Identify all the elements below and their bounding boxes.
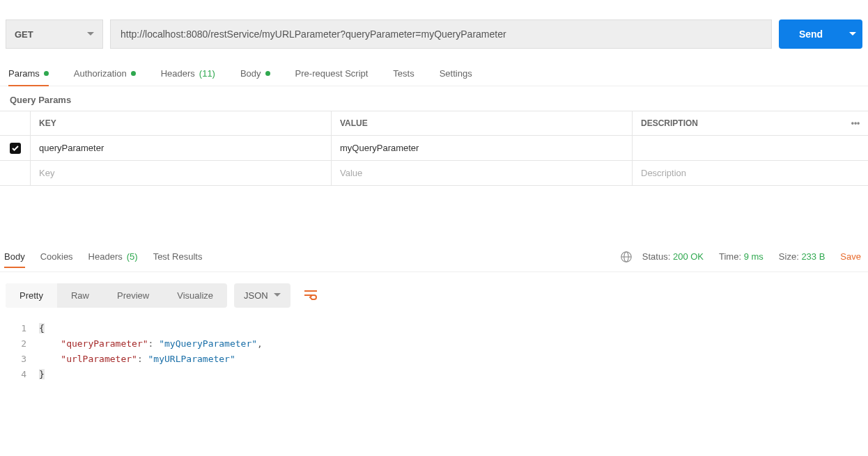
tab-label: Headers	[161, 68, 195, 79]
headers-count: (5)	[127, 251, 138, 262]
line-number: 3	[0, 352, 39, 367]
response-header: Body Cookies Headers (5) Test Results St…	[0, 246, 868, 272]
wrap-icon	[304, 290, 318, 301]
code-line: 3 "urlParameter": "myURLParameter"	[0, 352, 868, 367]
row-spacer	[843, 136, 868, 160]
view-raw[interactable]: Raw	[57, 283, 103, 308]
tab-label: Params	[8, 68, 40, 79]
save-response-button[interactable]: Save	[840, 251, 861, 262]
code-content: "urlParameter": "myURLParameter"	[39, 352, 235, 367]
query-params-title: Query Params	[0, 86, 868, 111]
tab-body[interactable]: Body	[240, 68, 270, 86]
tab-prerequest-script[interactable]: Pre-request Script	[295, 68, 369, 86]
tab-label: Authorization	[74, 68, 127, 79]
size-meta: Size: 233 B	[779, 251, 826, 262]
code-content: }	[39, 367, 45, 382]
resp-tab-headers[interactable]: Headers (5)	[88, 246, 138, 267]
table-header-row: KEY VALUE DESCRIPTION •••	[0, 111, 868, 136]
tab-label: Test Results	[153, 251, 203, 262]
col-description-header: DESCRIPTION	[633, 111, 843, 135]
resp-tab-test-results[interactable]: Test Results	[153, 246, 203, 267]
tab-settings[interactable]: Settings	[440, 68, 472, 86]
response-section: Body Cookies Headers (5) Test Results St…	[0, 246, 868, 382]
headers-count: (11)	[199, 68, 215, 79]
row-checkbox-cell	[0, 136, 31, 160]
row-checkbox[interactable]	[10, 143, 21, 154]
http-method-select[interactable]: GET	[6, 19, 103, 49]
resp-tab-cookies[interactable]: Cookies	[40, 246, 73, 267]
view-mode-group: Pretty Raw Preview Visualize	[6, 283, 227, 308]
tab-label: Body	[240, 68, 261, 79]
line-number: 4	[0, 367, 39, 382]
tab-label: Pre-request Script	[295, 68, 369, 79]
col-key-header: KEY	[31, 111, 332, 135]
time-value: 9 ms	[744, 251, 764, 262]
param-value-cell[interactable]: myQueryParameter	[332, 136, 633, 160]
request-bar: GET Send	[0, 0, 868, 56]
status-dot-icon	[44, 71, 49, 76]
code-line: 1{	[0, 321, 868, 336]
param-value-input[interactable]: Value	[332, 161, 633, 185]
request-tabs: Params Authorization Headers (11) Body P…	[0, 56, 868, 86]
tab-headers[interactable]: Headers (11)	[161, 68, 215, 86]
col-check-header	[0, 111, 31, 135]
status-label: Status:	[642, 251, 670, 262]
code-content: {	[39, 321, 45, 336]
status-dot-icon	[265, 71, 270, 76]
param-description-cell[interactable]	[633, 136, 843, 160]
http-method-label: GET	[15, 29, 33, 40]
param-key-input[interactable]: Key	[31, 161, 332, 185]
time-meta: Time: 9 ms	[719, 251, 764, 262]
col-value-header: VALUE	[332, 111, 633, 135]
response-tabs: Body Cookies Headers (5) Test Results	[4, 246, 202, 267]
time-label: Time:	[719, 251, 741, 262]
send-button-label: Send	[779, 29, 843, 40]
response-body-code[interactable]: 1{2 "queryParameter": "myQueryParameter"…	[0, 318, 868, 382]
view-visualize[interactable]: Visualize	[163, 283, 227, 308]
tab-tests[interactable]: Tests	[393, 68, 414, 86]
url-input[interactable]	[110, 19, 772, 49]
param-key-cell[interactable]: queryParameter	[31, 136, 332, 160]
wrap-lines-button[interactable]	[297, 282, 324, 308]
tab-label: Settings	[440, 68, 472, 79]
tab-label: Cookies	[40, 251, 73, 262]
line-number: 1	[0, 321, 39, 336]
format-label: JSON	[244, 290, 268, 301]
size-value: 233 B	[801, 251, 825, 262]
view-preview[interactable]: Preview	[103, 283, 163, 308]
tab-params[interactable]: Params	[8, 68, 49, 86]
send-button[interactable]: Send	[779, 19, 862, 49]
globe-icon[interactable]	[620, 251, 633, 263]
view-pretty[interactable]: Pretty	[6, 283, 57, 308]
code-line: 2 "queryParameter": "myQueryParameter",	[0, 336, 868, 352]
table-row: queryParameter myQueryParameter	[0, 136, 868, 161]
tab-label: Body	[4, 251, 25, 262]
line-number: 2	[0, 336, 39, 352]
code-content: "queryParameter": "myQueryParameter",	[39, 336, 263, 352]
response-toolbar: Pretty Raw Preview Visualize JSON	[0, 272, 868, 318]
code-line: 4}	[0, 367, 868, 382]
size-label: Size:	[779, 251, 799, 262]
bulk-edit-toggle[interactable]: •••	[843, 111, 868, 135]
chevron-down-icon	[274, 293, 281, 297]
query-params-table: KEY VALUE DESCRIPTION ••• queryParameter…	[0, 111, 868, 186]
tab-label: Tests	[393, 68, 414, 79]
row-checkbox-cell	[0, 161, 31, 185]
resp-tab-body[interactable]: Body	[4, 246, 25, 267]
param-description-input[interactable]: Description	[633, 161, 843, 185]
format-select[interactable]: JSON	[234, 283, 290, 308]
send-dropdown-toggle[interactable]	[843, 32, 862, 36]
tab-authorization[interactable]: Authorization	[74, 68, 136, 86]
check-icon	[12, 146, 19, 151]
status-value: 200 OK	[673, 251, 704, 262]
tab-label: Headers	[88, 251, 123, 262]
chevron-down-icon	[849, 32, 856, 36]
table-row-new: Key Value Description	[0, 161, 868, 185]
chevron-down-icon	[87, 32, 94, 36]
status-meta: Status: 200 OK	[642, 251, 704, 262]
row-spacer	[843, 161, 868, 185]
status-dot-icon	[131, 71, 136, 76]
